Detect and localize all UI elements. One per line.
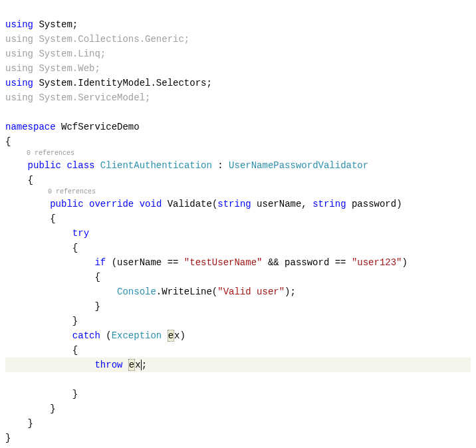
keyword-class: class: [66, 160, 94, 171]
keyword-using-dim: using: [5, 34, 33, 45]
code-line: try: [5, 228, 89, 239]
keyword-if: if: [94, 257, 106, 268]
string-literal: "user123": [352, 257, 402, 268]
keyword-string: string: [312, 199, 346, 209]
brace-line: }: [5, 433, 11, 443]
codelens-references[interactable]: 0 references: [27, 149, 471, 158]
keyword-namespace: namespace: [5, 122, 56, 132]
code-line: using System.ServiceModel;: [5, 92, 150, 103]
method-call: .WriteLine(: [156, 286, 217, 297]
highlighted-char: e: [128, 359, 135, 371]
keyword-throw: throw: [94, 360, 122, 370]
brace-line: {: [5, 213, 56, 224]
keyword-string: string: [217, 199, 251, 209]
namespace-name: WcfServiceDemo: [56, 122, 140, 132]
keyword-override: override: [89, 199, 134, 209]
keyword-public: public: [50, 199, 83, 209]
code-line: using System.Linq;: [5, 49, 106, 59]
code-editor[interactable]: using System; using System.Collections.G…: [0, 0, 476, 448]
code-text: ;: [72, 19, 78, 30]
namespace-dim: System.Web;: [33, 63, 100, 74]
base-class-name: UserNamePasswordValidator: [229, 160, 368, 171]
codelens-references[interactable]: 0 references: [48, 187, 471, 197]
param-name: password): [346, 199, 402, 209]
highlighted-char: e: [168, 330, 174, 342]
code-line: public override void Validate(string use…: [5, 199, 402, 209]
namespace-dim: System.Collections.Generic;: [33, 34, 189, 45]
code-line: namespace WcfServiceDemo: [5, 122, 140, 132]
brace-line: }: [5, 301, 100, 312]
blank-line: [5, 107, 11, 118]
brace-line: }: [5, 389, 78, 399]
keyword-using: using: [5, 19, 33, 30]
brace-line: {: [5, 272, 100, 282]
code-line: public class ClientAuthentication : User…: [5, 160, 368, 171]
param-name: userName,: [251, 199, 312, 209]
string-literal: "Valid user": [217, 286, 285, 297]
brace-line: {: [5, 175, 33, 185]
string-literal: "testUserName": [184, 257, 263, 268]
brace-line: {: [5, 345, 78, 356]
brace-line: {: [5, 136, 11, 147]
type-console: Console: [117, 286, 156, 297]
class-name: ClientAuthentication: [100, 160, 212, 171]
variable-name: x: [174, 330, 179, 341]
namespace-name: System.IdentityModel.Selectors;: [33, 78, 212, 88]
brace-line: {: [5, 243, 78, 253]
keyword-using-dim: using: [5, 49, 33, 59]
brace-line: }: [5, 316, 78, 326]
code-line: using System.Collections.Generic;: [5, 34, 189, 45]
code-line: using System.IdentityModel.Selectors;: [5, 78, 212, 88]
brace-line: }: [5, 403, 56, 414]
type-exception: Exception: [112, 330, 162, 341]
namespace-dim: System.Linq;: [33, 49, 106, 59]
keyword-using-dim: using: [5, 92, 33, 103]
current-line: throw ex;: [5, 358, 471, 372]
brace-line: }: [5, 418, 33, 429]
keyword-using: using: [5, 78, 33, 88]
code-line: Console.WriteLine("Valid user");: [5, 286, 296, 297]
namespace-dim: System.ServiceModel;: [33, 92, 150, 103]
keyword-try: try: [72, 228, 89, 239]
keyword-catch: catch: [72, 330, 100, 341]
code-line: if (userName == "testUserName" && passwo…: [5, 257, 408, 268]
code-line: catch (Exception ex): [5, 330, 185, 342]
keyword-using-dim: using: [5, 63, 33, 74]
variable-name: x: [135, 360, 140, 370]
keyword-public: public: [28, 160, 61, 171]
code-line: using System;: [5, 19, 78, 30]
keyword-void: void: [140, 199, 162, 209]
method-name: Validate(: [162, 199, 217, 209]
namespace-name: System: [39, 19, 72, 30]
code-line: using System.Web;: [5, 63, 100, 74]
